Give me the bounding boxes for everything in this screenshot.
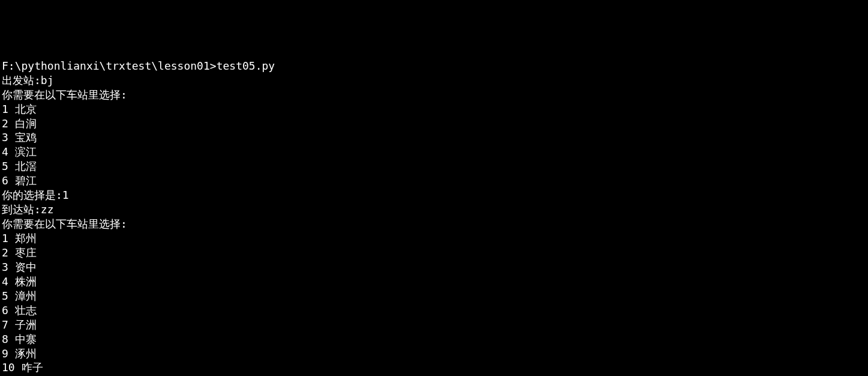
prompt-path: F:\pythonlianxi\trxtest\lesson01> xyxy=(2,59,217,72)
arrival-prompt-line: 到达站:zz xyxy=(2,202,866,217)
departure-option: 2 白涧 xyxy=(2,117,866,131)
arrival-option: 7 子洲 xyxy=(2,318,866,332)
arrival-option: 10 咋子 xyxy=(2,360,866,375)
arrival-option: 6 壮志 xyxy=(2,303,866,318)
departure-option: 5 北滘 xyxy=(2,159,866,174)
arrival-option: 5 漳州 xyxy=(2,289,866,303)
departure-input: bj xyxy=(41,74,54,86)
departure-option: 3 宝鸡 xyxy=(2,130,866,145)
arrival-input: zz xyxy=(41,203,54,216)
command-text: test05.py xyxy=(217,59,275,72)
command-prompt-line: F:\pythonlianxi\trxtest\lesson01>test05.… xyxy=(2,59,866,73)
select-station-prompt-1: 你需要在以下车站里选择: xyxy=(2,88,866,102)
departure-choice-line: 你的选择是:1 xyxy=(2,188,866,202)
arrival-option: 2 枣庄 xyxy=(2,246,866,260)
arrival-option: 1 郑州 xyxy=(2,231,866,246)
arrival-option: 4 株洲 xyxy=(2,274,866,289)
select-station-prompt-2: 你需要在以下车站里选择: xyxy=(2,217,866,231)
departure-label: 出发站: xyxy=(2,74,41,86)
departure-prompt-line: 出发站:bj xyxy=(2,73,866,88)
terminal-output[interactable]: F:\pythonlianxi\trxtest\lesson01>test05.… xyxy=(0,58,868,376)
departure-option: 1 北京 xyxy=(2,102,866,117)
departure-option: 4 滨江 xyxy=(2,145,866,159)
departure-option: 6 碧江 xyxy=(2,174,866,188)
departure-choice-input: 1 xyxy=(62,189,69,201)
your-choice-label: 你的选择是: xyxy=(2,189,62,201)
arrival-option: 8 中寨 xyxy=(2,332,866,347)
arrival-option: 3 资中 xyxy=(2,260,866,274)
arrival-option: 9 涿州 xyxy=(2,347,866,361)
arrival-label: 到达站: xyxy=(2,203,41,216)
